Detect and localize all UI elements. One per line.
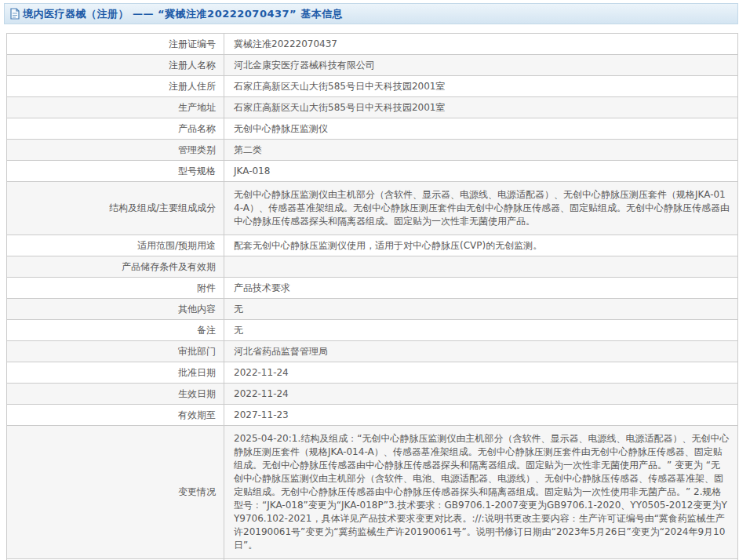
table-row-structure: 结构及组成/主要组成成分 无创中心静脉压监测仪由主机部分（含软件、显示器、电源线… <box>7 182 738 235</box>
page-title: 境内医疗器械（注册） —— “冀械注准20222070437” 基本信息 <box>23 7 343 21</box>
row-value: 2022-11-24 <box>224 384 738 405</box>
row-label: 生产地址 <box>7 97 224 118</box>
row-label: 结构及组成/主要组成成分 <box>7 182 224 235</box>
row-value: 2022-11-24 <box>224 362 738 384</box>
page-title-bar: 境内医疗器械（注册） —— “冀械注准20222070437” 基本信息 <box>4 3 738 24</box>
row-value: 2027-11-23 <box>224 405 738 426</box>
row-label: 管理类别 <box>7 140 224 161</box>
row-label: 审批部门 <box>7 341 224 362</box>
row-label: 型号规格 <box>7 161 224 182</box>
table-row: 批准日期 2022-11-24 <box>7 362 738 384</box>
row-value <box>224 256 738 278</box>
table-row: 注册证编号 冀械注准20222070437 <box>7 34 738 55</box>
row-value: JKA-018 <box>224 161 738 182</box>
table-row: 生效日期 2022-11-24 <box>7 384 738 405</box>
table-row: 注册人住所 石家庄高新区天山大街585号日中天科技园2001室 <box>7 76 738 97</box>
table-row: 管理类别 第二类 <box>7 140 738 161</box>
row-label: 生效日期 <box>7 384 224 405</box>
row-label: 有效期至 <box>7 405 224 426</box>
row-value: 石家庄高新区天山大街585号日中天科技园2001室 <box>224 97 738 118</box>
document-icon <box>9 8 20 20</box>
table-row: 产品名称 无创中心静脉压监测仪 <box>7 118 738 140</box>
row-value: 产品技术要求 <box>224 278 738 299</box>
table-row: 附件 产品技术要求 <box>7 278 738 299</box>
row-label: 附件 <box>7 278 224 299</box>
row-value: 无创中心静脉压监测仪由主机部分（含软件、显示器、电源线、电源适配器）、无创中心静… <box>224 182 738 235</box>
table-row: 型号规格 JKA-018 <box>7 161 738 182</box>
table-row: 审批部门 河北省药品监督管理局 <box>7 341 738 362</box>
row-label: 注册证编号 <box>7 34 224 55</box>
table-row: 有效期至 2027-11-23 <box>7 405 738 426</box>
row-value: 第二类 <box>224 140 738 161</box>
row-value: 石家庄高新区天山大街585号日中天科技园2001室 <box>224 76 738 97</box>
row-value: 2025-04-20:1.结构及组成：“无创中心静脉压监测仪由主机部分（含软件、… <box>224 426 738 559</box>
row-label: 产品储存条件及有效期 <box>7 256 224 278</box>
table-row: 生产地址 石家庄高新区天山大街585号日中天科技园2001室 <box>7 97 738 118</box>
row-label: 注册人住所 <box>7 76 224 97</box>
table-row: 适用范围/预期用途 配套无创中心静脉压监测仪使用，适用于对中心静脉压(CVP)的… <box>7 235 738 256</box>
table-row: 其他内容 无 <box>7 299 738 320</box>
row-value: 无 <box>224 320 738 341</box>
table-row: 注册人名称 河北金康安医疗器械科技有限公司 <box>7 55 738 76</box>
table-row-changes: 变更情况 2025-04-20:1.结构及组成：“无创中心静脉压监测仪由主机部分… <box>7 426 738 559</box>
row-label: 注册人名称 <box>7 55 224 76</box>
row-label: 产品名称 <box>7 118 224 140</box>
row-label: 适用范围/预期用途 <box>7 235 224 256</box>
row-value: 河北省药品监督管理局 <box>224 341 738 362</box>
row-label: 备注 <box>7 320 224 341</box>
row-label: 其他内容 <box>7 299 224 320</box>
row-label: 变更情况 <box>7 426 224 559</box>
table-row: 备注 无 <box>7 320 738 341</box>
row-value: 无 <box>224 299 738 320</box>
row-label: 批准日期 <box>7 362 224 384</box>
row-value: 冀械注准20222070437 <box>224 34 738 55</box>
table-row: 产品储存条件及有效期 <box>7 256 738 278</box>
row-value: 河北金康安医疗器械科技有限公司 <box>224 55 738 76</box>
row-value: 无创中心静脉压监测仪 <box>224 118 738 140</box>
registration-info-table: 注册证编号 冀械注准20222070437 注册人名称 河北金康安医疗器械科技有… <box>6 33 738 560</box>
row-value: 配套无创中心静脉压监测仪使用，适用于对中心静脉压(CVP)的无创监测。 <box>224 235 738 256</box>
